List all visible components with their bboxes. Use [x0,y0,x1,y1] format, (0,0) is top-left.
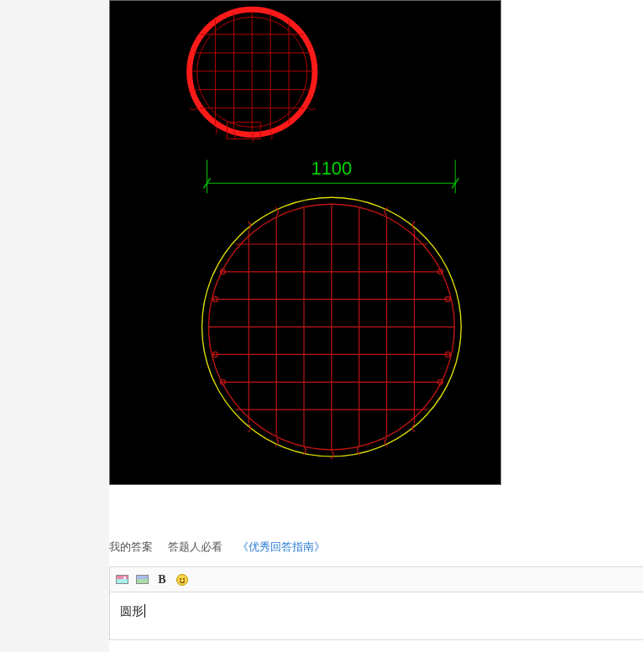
bold-button[interactable]: B [155,573,169,587]
answer-section: 我的答案 答题人必看 《优秀回答指南》 B 圆形 [109,540,644,640]
content-panel: 1100 [109,0,644,652]
emoji-button[interactable] [175,573,189,587]
editor-content-text: 圆形 [120,604,144,619]
answer-editor: B 圆形 [109,566,643,640]
my-answer-label: 我的答案 [109,540,153,555]
guide-link[interactable]: 《优秀回答指南》 [238,540,325,555]
required-read-label: 答题人必看 [168,540,223,555]
cad-bg [110,1,500,484]
page-root: 1100 [0,0,644,652]
cad-diagram: 1100 [109,0,501,485]
insert-image-icon[interactable] [115,573,128,587]
insert-photo-icon[interactable] [135,573,149,587]
editor-textarea[interactable]: 圆形 [110,592,643,639]
text-caret [144,604,145,618]
dimension-value: 1100 [312,158,353,179]
editor-toolbar: B [110,567,643,592]
diagram-container: 1100 [109,0,644,485]
answer-header: 我的答案 答题人必看 《优秀回答指南》 [109,540,644,555]
